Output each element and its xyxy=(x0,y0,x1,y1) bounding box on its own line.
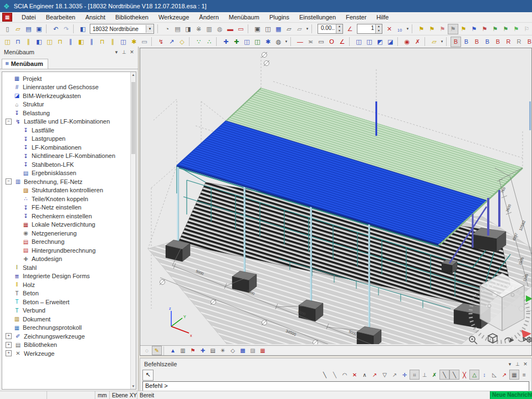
tree-item-projekt[interactable]: ▦Projekt xyxy=(2,74,136,83)
load-beam-icon[interactable]: ↗ xyxy=(166,37,177,47)
tb3-more-icon[interactable]: ▾ xyxy=(284,39,289,44)
b-icon-1[interactable]: B xyxy=(451,37,461,47)
snap-extension-icon[interactable]: ↗ xyxy=(390,370,400,380)
panel-close-icon[interactable]: ✕ xyxy=(128,49,136,55)
load-node-icon[interactable]: ↯ xyxy=(156,37,166,47)
tree-scroll-thumb[interactable] xyxy=(131,82,135,154)
panel-pin-icon[interactable]: ⊥ xyxy=(120,49,128,55)
copy-icon-2[interactable]: ◫ xyxy=(364,37,375,47)
snap-line-icon-2[interactable]: ╲ xyxy=(449,370,459,380)
activity-icon-6[interactable]: ⚑ xyxy=(469,24,479,34)
activity-icon-8[interactable]: ⚑ xyxy=(490,24,500,34)
snap-endpoint-icon[interactable]: ╲ xyxy=(320,370,330,380)
b-icon-7[interactable]: R xyxy=(514,37,524,47)
activity-icon-1[interactable]: ⚑ xyxy=(416,24,427,34)
tree-item-teile-knoten-koppeln[interactable]: ∴Teile/Knoten koppeln xyxy=(2,195,136,203)
bench-icon[interactable]: ▬ xyxy=(225,24,236,34)
collapse-icon[interactable]: − xyxy=(6,178,12,185)
render-wire-icon[interactable]: ◌ xyxy=(142,346,152,355)
menu-bearbeiten[interactable]: Bearbeiten xyxy=(41,13,80,21)
add-member-icon[interactable]: ✚ xyxy=(221,37,231,47)
angle-stepper[interactable]: ▲▼ xyxy=(336,24,342,33)
snap-angle-icon[interactable]: ◺ xyxy=(489,370,499,380)
select-icon[interactable]: ◍ xyxy=(273,37,284,47)
tree-item-rechenkern-einstellen[interactable]: ↧Rechenkern einstellen xyxy=(2,212,136,221)
tab-menubaum[interactable]: ⌗ Menübaum xyxy=(2,59,48,69)
snap-intersection-icon[interactable]: ✕ xyxy=(350,370,360,380)
grid-red-icon[interactable]: ▦ xyxy=(258,346,268,355)
circle-icon[interactable]: O xyxy=(326,37,337,47)
line-icon[interactable]: — xyxy=(295,37,305,47)
snap-cursor-icon[interactable]: ✛ xyxy=(400,370,410,380)
beam-icon-11[interactable]: ∥ xyxy=(108,37,118,47)
beam-icon-8[interactable]: ◧ xyxy=(76,37,86,47)
open-project-icon[interactable]: ▱ xyxy=(13,24,23,34)
tree-item-struktur[interactable]: ⌂Struktur xyxy=(2,100,136,109)
tree-item-beton-erweitert[interactable]: TBeton – Erweitert xyxy=(2,298,136,306)
tree-item-ergebnisklassen[interactable]: ▤Ergebnisklassen xyxy=(2,169,136,178)
tree-item-beton[interactable]: TBeton xyxy=(2,289,136,298)
copy-icon-3[interactable]: ◩ xyxy=(375,37,385,47)
tree-item-lokale-netzverdichtung[interactable]: ▦Lokale Netzverdichtung xyxy=(2,221,136,229)
green-dots-icon-2[interactable]: ∴ xyxy=(204,37,214,47)
snap-triangle-icon[interactable]: △ xyxy=(469,370,479,380)
scale-value[interactable]: 1 xyxy=(357,24,375,33)
view-person-icon[interactable]: ▲ xyxy=(168,346,178,355)
load-surface-icon[interactable]: ◇ xyxy=(177,37,187,47)
view-chart-icon[interactable]: ▥ xyxy=(178,346,188,355)
print-preview-icon[interactable]: ◫ xyxy=(263,24,273,34)
tree-item-hintergrundberechnung[interactable]: ▤Hintergrundberechnung xyxy=(2,246,136,255)
tree-item-lastgruppen[interactable]: ↧Lastgruppen xyxy=(2,135,136,144)
snap-green-icon[interactable]: ✗ xyxy=(429,370,439,380)
rect-icon[interactable]: ▭ xyxy=(316,37,326,47)
snap-ortho-icon[interactable]: ⊥ xyxy=(420,370,429,380)
beam-icon-1[interactable]: ◫ xyxy=(2,37,13,47)
expand-icon[interactable]: + xyxy=(6,350,12,356)
menu-bibliotheken[interactable]: Bibliotheken xyxy=(110,13,154,21)
combo-dropdown-icon[interactable]: ▾ xyxy=(146,25,154,33)
tree-item-berechnung-fe-netz[interactable]: −▥Berechnung, FE-Netz xyxy=(2,177,136,186)
snap-tangent-icon[interactable]: ↗ xyxy=(370,370,380,380)
slab-icon[interactable]: ▭ xyxy=(139,37,150,47)
tree-item-bim-werkzeugkasten[interactable]: ◪BIM-Werkzeugkasten xyxy=(2,91,136,100)
node-icon[interactable]: ✱ xyxy=(129,37,139,47)
tree-item-lastfälle[interactable]: ↧Lastfälle xyxy=(2,126,136,135)
tb2-more-icon[interactable]: ▾ xyxy=(405,27,410,31)
menu-hilfe[interactable]: Hilfe xyxy=(371,13,393,21)
grid-gray-icon[interactable]: ▨ xyxy=(248,346,258,355)
activity-icon-10[interactable]: ⚑ xyxy=(511,24,521,34)
menu-datei[interactable]: Datei xyxy=(17,13,41,21)
scale-stepper[interactable]: ▲▼ xyxy=(375,24,382,33)
tb2-more-icon[interactable]: ▾ xyxy=(305,27,310,31)
scroll-up-icon[interactable]: ▲ xyxy=(131,72,136,78)
beam-icon-9[interactable]: ∥ xyxy=(86,37,97,47)
tree-item-bibliotheken[interactable]: +▤Bibliotheken xyxy=(2,341,136,350)
cmd-close-icon[interactable]: ✕ xyxy=(521,361,529,367)
snap-midpoint-icon[interactable]: ╲ xyxy=(330,370,340,380)
tree-item-lf-kombinationen[interactable]: ↧LF-Kombinationen xyxy=(2,143,136,152)
scale-1-10-icon[interactable]: ₁₀ xyxy=(395,24,405,34)
copy-member-icon[interactable]: ◫ xyxy=(242,37,252,47)
beam-icon-7[interactable]: ∥ xyxy=(65,37,76,47)
menu-werkzeuge[interactable]: Werkzeuge xyxy=(154,13,194,21)
activity-icon-5[interactable]: ⚑ xyxy=(458,24,469,34)
tree-item-stahl[interactable]: ⅠStahl xyxy=(2,263,136,272)
snap-vertical-icon[interactable]: ↕ xyxy=(479,370,489,380)
gallery-icon[interactable]: ▱ xyxy=(294,24,305,34)
sphere-icon[interactable]: ◍ xyxy=(214,24,225,34)
copy-node-icon[interactable]: ◫ xyxy=(252,37,263,47)
menu-ansicht[interactable]: Ansicht xyxy=(80,13,110,21)
snap-cross-icon[interactable]: ╳ xyxy=(459,370,469,380)
tree-item-dokument[interactable]: ▥Dokument xyxy=(2,315,136,324)
units-icon[interactable]: ◔ xyxy=(162,24,172,34)
add-node-icon[interactable]: ✚ xyxy=(231,37,242,47)
activity-icon-2[interactable]: ⚑ xyxy=(427,24,437,34)
b-icon-5[interactable]: B xyxy=(493,37,503,47)
snap-table-icon[interactable]: ▦ xyxy=(509,370,519,380)
document-icon[interactable]: ▱ xyxy=(284,24,294,34)
status-units[interactable]: mm xyxy=(95,391,110,399)
command-input[interactable]: Befehl > xyxy=(142,381,529,391)
b-icon-3[interactable]: B xyxy=(472,37,482,47)
activity-icon-4[interactable]: ⚑ xyxy=(448,24,458,34)
render-solid-icon[interactable]: ✎ xyxy=(152,346,162,355)
